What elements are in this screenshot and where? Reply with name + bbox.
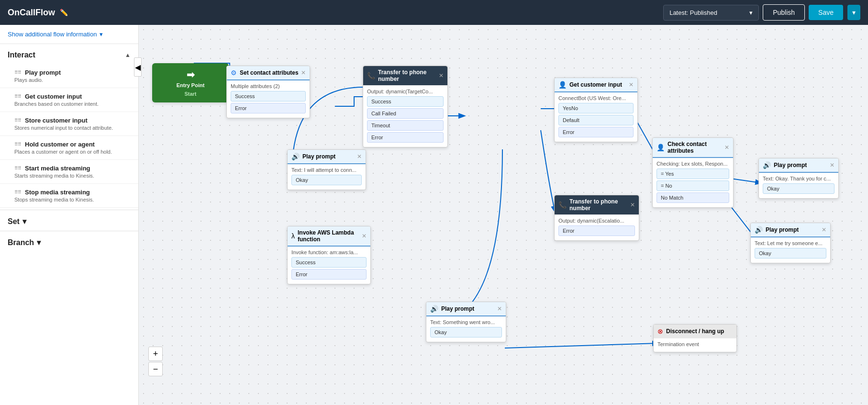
- port-error[interactable]: Error: [231, 103, 306, 113]
- canvas[interactable]: ➡ Entry Point Start ⚙ Set contact attrib…: [139, 25, 868, 405]
- set-contact-attrs-subtitle: Multiple attributes (2): [231, 83, 306, 89]
- close-icon[interactable]: ✕: [830, 162, 835, 169]
- get-customer-input-label: Get customer input: [25, 93, 82, 100]
- port-error[interactable]: Error: [558, 225, 635, 236]
- transfer-phone-2-node[interactable]: 📞 Transfer to phone number ✕ Output: dyn…: [554, 195, 639, 241]
- invoke-lambda-title: Invoke AWS Lambda function: [298, 229, 362, 243]
- interact-label: Interact: [8, 51, 35, 59]
- get-customer-input-title: Get customer input: [569, 81, 622, 88]
- sidebar-item-play-prompt[interactable]: ⠿⠿ Play prompt Plays audio.: [0, 64, 138, 88]
- port-okay[interactable]: Okay: [430, 327, 502, 338]
- port-call-failed[interactable]: Call Failed: [367, 108, 444, 119]
- port-yesno[interactable]: YesNo: [558, 103, 634, 113]
- interact-section-header[interactable]: Interact ▲: [0, 44, 138, 64]
- disconnect-icon: ⊗: [657, 327, 663, 335]
- disconnect-node[interactable]: ⊗ Disconnect / hang up Termination event: [653, 324, 737, 352]
- get-customer-input-subtitle: ConnectBot (US West: Ore...: [558, 95, 634, 101]
- chevron-down-icon: ▾: [100, 31, 103, 38]
- show-info-toggle[interactable]: Show additional flow information ▾: [0, 25, 138, 44]
- play-prompt-error-node[interactable]: 🔊 Play prompt ✕ Text: Something went wro…: [426, 302, 506, 342]
- check-icon: 👤: [657, 144, 665, 151]
- entry-point-label: Entry Point: [160, 82, 221, 88]
- port-success[interactable]: Success: [231, 91, 306, 101]
- close-icon[interactable]: ✕: [497, 305, 502, 312]
- play-icon: 🔊: [763, 161, 771, 169]
- sidebar-item-start-media[interactable]: ⠿⠿ Start media streaming Starts streamin…: [0, 160, 138, 184]
- play-prompt-error-subtitle: Text: Something went wro...: [430, 319, 502, 325]
- sidebar-item-store-customer-input[interactable]: ⠿⠿ Store customer input Stores numerical…: [0, 112, 138, 136]
- drag-handle: ⠿⠿: [14, 118, 21, 123]
- close-icon[interactable]: ✕: [439, 72, 444, 79]
- branch-section-header[interactable]: Branch ▾: [0, 231, 138, 252]
- port-no[interactable]: = No: [657, 180, 729, 191]
- topbar: OnCallFlow ✏️ Latest: Published ▾ Publis…: [0, 0, 868, 25]
- drag-handle: ⠿⠿: [14, 70, 21, 75]
- phone-icon: 📞: [558, 201, 567, 209]
- port-error[interactable]: Error: [558, 127, 634, 137]
- phone-icon: 📞: [367, 72, 375, 79]
- branch-chevron: ▾: [37, 238, 41, 247]
- check-contact-attrs-subtitle: Checking: Lex slots, Respon...: [657, 161, 729, 167]
- save-button[interactable]: Save: [809, 5, 843, 20]
- port-default[interactable]: Default: [558, 115, 634, 125]
- lambda-icon: λ: [291, 232, 295, 240]
- topbar-left: OnCallFlow ✏️: [8, 8, 68, 18]
- sidebar-item-get-customer-input[interactable]: ⠿⠿ Get customer input Branches based on …: [0, 88, 138, 112]
- play-prompt-desc: Plays audio.: [14, 77, 131, 83]
- zoom-out-button[interactable]: −: [148, 362, 163, 376]
- play-icon: 🔊: [430, 305, 438, 313]
- sidebar-item-stop-media[interactable]: ⠿⠿ Stop media streaming Stops streaming …: [0, 184, 138, 208]
- sidebar-toggle[interactable]: ◀: [134, 57, 142, 77]
- get-customer-input-node[interactable]: 👤 Get customer input ✕ ConnectBot (US We…: [554, 78, 638, 142]
- play-prompt-3-title: Play prompt: [766, 226, 799, 233]
- play-prompt-2-subtitle: Text: Okay. Thank you for c...: [763, 176, 835, 181]
- start-media-desc: Starts streaming media to Kinesis.: [14, 173, 131, 179]
- sidebar-item-hold[interactable]: ⠿⠿ Hold customer or agent Places a custo…: [0, 136, 138, 160]
- play-prompt-3-node[interactable]: 🔊 Play prompt ✕ Text: Let me try someone…: [750, 223, 831, 263]
- play-prompt-3-subtitle: Text: Let me try someone e...: [755, 240, 826, 246]
- close-icon[interactable]: ✕: [301, 69, 306, 76]
- sidebar: Show additional flow information ▾ Inter…: [0, 25, 139, 405]
- main-layout: Show additional flow information ▾ Inter…: [0, 25, 868, 405]
- close-icon[interactable]: ✕: [362, 233, 367, 239]
- drag-handle: ⠿⠿: [14, 166, 21, 171]
- set-chevron: ▾: [22, 217, 26, 226]
- port-error[interactable]: Error: [367, 132, 444, 143]
- port-okay[interactable]: Okay: [763, 183, 835, 194]
- drag-handle: ⠿⠿: [14, 142, 21, 147]
- set-section-header[interactable]: Set ▾: [0, 210, 138, 231]
- transfer-phone-1-node[interactable]: 📞 Transfer to phone number ✕ Output: dyn…: [363, 66, 448, 147]
- edit-title-icon[interactable]: ✏️: [60, 9, 68, 16]
- port-success[interactable]: Success: [367, 96, 444, 107]
- save-dropdown-button[interactable]: ▾: [847, 5, 860, 20]
- publish-button[interactable]: Publish: [763, 4, 805, 21]
- play-prompt-2-node[interactable]: 🔊 Play prompt ✕ Text: Okay. Thank you fo…: [758, 158, 839, 199]
- branch-label: Branch: [8, 238, 34, 247]
- zoom-controls: + −: [148, 347, 163, 376]
- port-no-match[interactable]: No Match: [657, 192, 729, 203]
- hold-desc: Places a customer or agent on or off hol…: [14, 149, 131, 155]
- check-contact-attrs-node[interactable]: 👤 Check contact attributes ✕ Checking: L…: [652, 137, 734, 208]
- port-success[interactable]: Success: [291, 257, 367, 268]
- play-prompt-1-node[interactable]: 🔊 Play prompt ✕ Text: I will attempt to …: [287, 149, 366, 190]
- store-customer-input-label: Store customer input: [25, 117, 88, 124]
- zoom-in-button[interactable]: +: [148, 347, 163, 361]
- port-timeout[interactable]: Timeout: [367, 120, 444, 131]
- close-icon[interactable]: ✕: [724, 144, 729, 151]
- port-okay[interactable]: Okay: [755, 248, 826, 259]
- port-error[interactable]: Error: [291, 269, 367, 280]
- play-prompt-2-title: Play prompt: [774, 162, 807, 169]
- close-icon[interactable]: ✕: [630, 202, 635, 208]
- entry-icon: ➡: [160, 69, 221, 80]
- port-okay[interactable]: Okay: [291, 175, 362, 185]
- check-contact-attrs-title: Check contact attributes: [668, 141, 724, 154]
- close-icon[interactable]: ✕: [629, 81, 634, 88]
- close-icon[interactable]: ✕: [357, 153, 362, 160]
- customer-input-icon: 👤: [558, 81, 567, 89]
- invoke-lambda-node[interactable]: λ Invoke AWS Lambda function ✕ Invoke fu…: [287, 226, 371, 284]
- close-icon[interactable]: ✕: [822, 226, 826, 233]
- port-yes[interactable]: = Yes: [657, 169, 729, 179]
- entry-point-node[interactable]: ➡ Entry Point Start: [152, 63, 229, 102]
- version-selector[interactable]: Latest: Published ▾: [663, 5, 759, 21]
- set-contact-attrs-node[interactable]: ⚙ Set contact attributes ✕ Multiple attr…: [226, 66, 310, 118]
